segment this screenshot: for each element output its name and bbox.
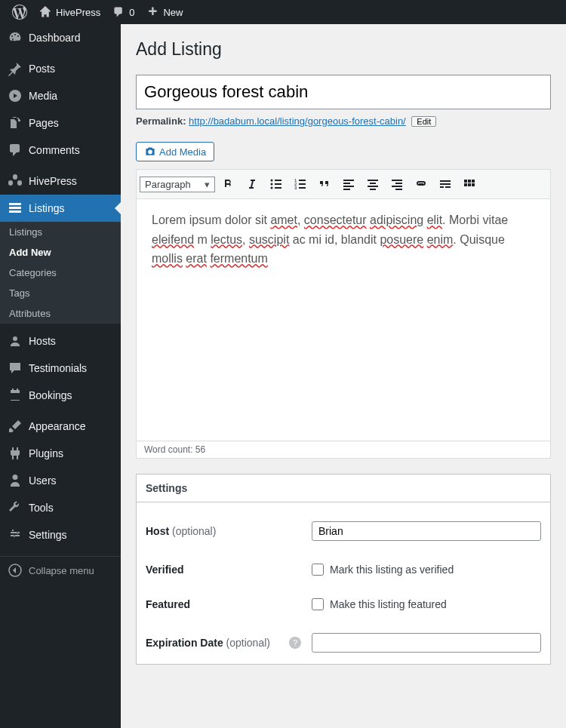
menu-label: Testimonials [29, 362, 87, 374]
home-icon [39, 6, 51, 18]
tools-icon [8, 500, 23, 515]
sidebar: Dashboard Posts Media Pages Comments Hiv… [0, 24, 121, 728]
editor-content[interactable]: Lorem ipsum dolor sit amet, consectetur … [137, 199, 550, 441]
menu-label: Media [29, 90, 57, 102]
main-content: Add Listing Permalink: http://badabum.lo… [121, 24, 566, 728]
settings-header: Settings [137, 475, 550, 502]
ul-button[interactable] [265, 173, 288, 195]
menu-tools[interactable]: Tools [0, 494, 121, 521]
menu-label: Plugins [29, 447, 63, 459]
brush-icon [8, 419, 23, 434]
bold-button[interactable] [217, 173, 239, 195]
submenu-item-attributes[interactable]: Attributes [0, 303, 121, 324]
wordpress-icon [12, 5, 27, 20]
menu-label: Pages [29, 117, 59, 129]
toggle-toolbar-button[interactable] [458, 173, 481, 195]
calendar-icon [8, 388, 23, 403]
menu-label: Dashboard [29, 32, 81, 44]
edit-slug-button[interactable]: Edit [411, 116, 436, 127]
svg-rect-12 [468, 183, 471, 186]
help-icon[interactable]: ? [289, 637, 301, 649]
comments-link[interactable]: 0 [106, 0, 140, 24]
collapse-menu[interactable]: Collapse menu [0, 556, 121, 584]
menu-posts[interactable]: Posts [0, 55, 121, 82]
menu-dashboard[interactable]: Dashboard [0, 24, 121, 51]
submenu-item-tags[interactable]: Tags [0, 283, 121, 303]
menu-comments[interactable]: Comments [0, 137, 121, 164]
link-button[interactable] [410, 173, 432, 195]
featured-label: Featured [146, 598, 312, 610]
align-left-button[interactable] [337, 173, 360, 195]
submenu-item-addnew[interactable]: Add New [0, 242, 121, 263]
word-count: Word count: 56 [137, 441, 550, 458]
menu-label: Hosts [29, 335, 56, 347]
menu-label: Settings [29, 529, 67, 541]
svg-rect-8 [464, 180, 467, 183]
format-select[interactable]: Paragraph [140, 177, 215, 192]
featured-checkbox[interactable] [312, 598, 324, 610]
menu-hosts[interactable]: Hosts [0, 327, 121, 355]
collapse-label: Collapse menu [29, 565, 94, 576]
new-label: New [163, 7, 183, 18]
collapse-icon [8, 563, 23, 578]
testimonial-icon [8, 361, 23, 376]
align-center-button[interactable] [361, 173, 384, 195]
optional-label: (optional) [172, 525, 216, 537]
quote-button[interactable] [313, 173, 336, 195]
pin-icon [8, 61, 23, 76]
add-media-button[interactable]: Add Media [136, 142, 214, 161]
expiration-input[interactable] [312, 633, 541, 653]
hivepress-icon [8, 174, 23, 189]
more-button[interactable] [434, 173, 457, 195]
featured-checkbox-label: Make this listing featured [330, 598, 447, 610]
menu-pages[interactable]: Pages [0, 109, 121, 137]
site-name[interactable]: HivePress [33, 0, 106, 24]
ol-button[interactable]: 123 [289, 173, 312, 195]
host-input[interactable] [312, 521, 541, 541]
svg-text:3: 3 [294, 186, 297, 190]
menu-hivepress[interactable]: HivePress [0, 167, 121, 195]
plus-icon [146, 6, 158, 18]
expiration-label: Expiration Date [146, 637, 223, 649]
menu-appearance[interactable]: Appearance [0, 413, 121, 440]
menu-settings[interactable]: Settings [0, 521, 121, 548]
menu-testimonials[interactable]: Testimonials [0, 355, 121, 382]
verified-label: Verified [146, 564, 312, 576]
menu-label: Listings [29, 202, 64, 214]
svg-point-2 [271, 180, 273, 182]
menu-listings[interactable]: Listings [0, 195, 121, 222]
permalink-row: Permalink: http://badabum.local/listing/… [136, 115, 551, 127]
page-title: Add Listing [136, 39, 551, 60]
italic-button[interactable] [241, 173, 263, 195]
verified-checkbox-label: Mark this listing as verified [330, 564, 454, 576]
dashboard-icon [8, 30, 23, 45]
site-name-label: HivePress [56, 7, 100, 18]
field-expiration: Expiration Date (optional) ? [146, 622, 541, 664]
menu-media[interactable]: Media [0, 82, 121, 109]
media-icon [8, 88, 23, 103]
submenu-item-listings[interactable]: Listings [0, 222, 121, 242]
editor: Paragraph 123 Lorem ipsum dolor sit amet… [136, 169, 551, 459]
align-right-button[interactable] [386, 173, 408, 195]
plugin-icon [8, 446, 23, 461]
listings-icon [8, 201, 23, 216]
host-label: Host [146, 525, 169, 537]
menu-label: HivePress [29, 175, 77, 187]
settings-icon [8, 527, 23, 542]
submenu-item-categories[interactable]: Categories [0, 263, 121, 283]
menu-bookings[interactable]: Bookings [0, 382, 121, 409]
listing-title-input[interactable] [136, 75, 551, 109]
menu-label: Bookings [29, 389, 72, 401]
svg-rect-10 [472, 180, 475, 183]
permalink-label: Permalink: [136, 115, 186, 127]
wp-logo[interactable] [6, 0, 33, 24]
menu-label: Posts [29, 63, 55, 75]
verified-checkbox[interactable] [312, 564, 324, 576]
menu-plugins[interactable]: Plugins [0, 440, 121, 467]
new-link[interactable]: New [140, 0, 189, 24]
field-verified: Verified Mark this listing as verified [146, 552, 541, 587]
menu-users[interactable]: Users [0, 467, 121, 494]
permalink-link[interactable]: http://badabum.local/listing/gorgeous-fo… [189, 115, 406, 127]
menu-label: Appearance [29, 420, 86, 432]
editor-toolbar: Paragraph 123 [137, 170, 550, 199]
